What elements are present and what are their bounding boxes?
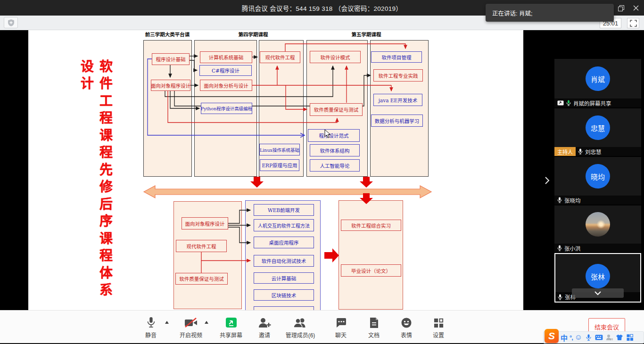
diagram-header-3: 第五学期课程 — [346, 31, 387, 37]
diagram-header-1: 前三学期大类平台课 — [141, 31, 193, 37]
video-options-arrow[interactable] — [205, 321, 208, 324]
svg-text:26: 26 — [610, 338, 613, 341]
fullscreen-icon — [630, 20, 637, 27]
ime-skin-icon[interactable] — [615, 333, 624, 342]
participant-tile-zhangxiaohong[interactable] — [554, 205, 641, 244]
course-box-lower-mxdx: 面向对象程序设计 — [182, 217, 228, 229]
camera-off-icon — [184, 317, 198, 328]
avatar: 张林 — [586, 264, 610, 288]
course-box-partial — [254, 306, 314, 310]
course-box-sjms: 软件设计模式 — [310, 51, 361, 63]
course-box-lower-zlbz: 软件质量保证与测试 — [175, 273, 228, 285]
close-window-button[interactable] — [632, 4, 640, 12]
ime-emoji-button[interactable]: ☺ — [575, 334, 582, 341]
close-icon — [633, 5, 639, 11]
chevron-right-icon — [545, 176, 550, 185]
shared-screen-content: 软件工程课程先修后序课程体系设计 前三学期大类平台课 第四学期课程 第五学期课程 — [28, 30, 523, 310]
participant-tile-xiaobin[interactable]: 肖斌 — [554, 59, 641, 98]
participant-tile-xiaojun[interactable]: 晓均 — [554, 157, 641, 196]
members-icon — [293, 317, 307, 328]
speaking-toast: 正在讲话: 肖斌; — [486, 4, 614, 22]
emoji-icon — [401, 317, 412, 328]
sogou-logo-icon[interactable]: S — [545, 329, 559, 343]
down-arrow-right-top — [360, 177, 373, 188]
course-box-cxsj: 程序设计基础 — [152, 53, 190, 65]
course-box-mxfx: 面向对象分析与设计 — [200, 80, 252, 91]
ime-voice-button[interactable] — [584, 333, 593, 342]
ime-keyboard-button[interactable] — [594, 333, 603, 342]
fullscreen-button[interactable] — [627, 18, 639, 28]
tencent-meeting-window: 腾讯会议 会议号：544 159 318 （会议密码：202019） 25:01 — [0, 0, 644, 344]
toolbar-button-settings[interactable]: 设置 — [416, 316, 461, 339]
avatar: 肖斌 — [586, 66, 610, 91]
course-box-lower-xdrj: 现代软件工程 — [176, 240, 227, 252]
course-box-txjg: 软件体系结构 — [310, 144, 360, 156]
chat-icon — [335, 317, 347, 328]
participants-scroll-down-button[interactable] — [572, 288, 624, 298]
toolbar-label: 设置 — [416, 331, 461, 339]
timeline-double-arrow — [144, 186, 431, 198]
end-meeting-label: 结束会议 — [594, 322, 619, 331]
course-box-desktop: 桌面应用程序 — [254, 237, 314, 248]
course-box-shixi: 软件工程综合实习 — [341, 220, 401, 231]
chevron-down-icon — [594, 291, 602, 295]
document-icon — [369, 317, 379, 328]
course-box-zlbz: 软件质量保证与测试 — [310, 103, 363, 116]
window-title: 腾讯会议 会议号：544 159 318 （会议密码：202019） — [242, 3, 402, 13]
avatar: 晓均 — [586, 164, 610, 188]
ime-toolbar: S 中 °, ☺ 26 — [543, 331, 644, 344]
course-box-sjfx: 数据分析与机器学习 — [371, 115, 423, 127]
course-box-zysj: 软件工程专业实践 — [373, 69, 423, 82]
participant-name: 张小洪 — [564, 245, 581, 252]
lower-right-container — [339, 200, 403, 310]
participant-label-bar: 主持人 刘忠慧 — [554, 147, 641, 156]
shield-plus-icon — [8, 19, 15, 27]
ime-punct-toggle[interactable]: °, — [570, 334, 573, 341]
toolbar-label: 管理成员(6) — [278, 331, 323, 339]
toolbar-button-manage-members[interactable]: 管理成员(6) — [278, 316, 323, 339]
course-box-mxdx: 面向对象程序设计 — [151, 80, 190, 91]
participant-label-bar: 张小洪 — [554, 244, 641, 253]
toolbar-button-mute[interactable]: 静音 — [128, 316, 173, 339]
mic-icon — [578, 148, 583, 155]
participant-name: 肖斌的屏幕共享 — [573, 99, 611, 107]
toolbar-label: 开启视频 — [168, 331, 214, 339]
restore-window-button[interactable] — [617, 4, 625, 12]
course-box-autotest: 软件自动化测试技术 — [254, 255, 314, 267]
diagram-header-2: 第四学期课程 — [233, 31, 273, 37]
course-box-blockchain: 区块链技术 — [254, 289, 314, 301]
mic-icon — [557, 197, 562, 203]
mic-speaking-icon — [566, 100, 571, 106]
course-box-javaee: java EE开发技术 — [373, 94, 422, 106]
course-box-python: Python程序设计高级编程 — [201, 103, 252, 114]
invite-person-icon — [258, 317, 271, 328]
course-box-hci: 人机交互的软件工程方法 — [254, 219, 314, 231]
toolbar-button-start-video[interactable]: 开启视频 — [168, 316, 214, 339]
ime-mode-toggle[interactable]: 中 — [561, 333, 568, 343]
ime-account-icon[interactable]: 26 — [605, 333, 613, 342]
participant-tile-zhonghui[interactable]: 忠慧 — [554, 108, 641, 147]
course-box-biye: 毕业设计（论文） — [341, 264, 401, 277]
ime-toolbox-icon[interactable] — [626, 333, 634, 342]
participant-name: 刘忠慧 — [585, 148, 602, 156]
course-box-linux: Linux操作系统基础 — [259, 144, 300, 156]
participant-name: 张晓均 — [564, 197, 581, 204]
diagram-vertical-title: 软件工程课程先修后序课程体系设计 — [76, 59, 114, 310]
course-box-xmgl: 软件项目管理 — [371, 51, 422, 63]
course-box-web: WEB前端开发 — [254, 204, 314, 216]
course-box-xdrj: 现代软件工程 — [260, 51, 300, 63]
course-box-csharp: C#程序设计 — [199, 65, 252, 76]
sidebar-collapse-button[interactable] — [541, 174, 553, 187]
participant-label-bar: 肖斌的屏幕共享 — [554, 98, 641, 107]
meeting-control-bar: 静音 开启视频 共享屏幕 — [0, 310, 644, 343]
mic-icon — [558, 294, 562, 300]
settings-grid-icon — [433, 318, 444, 328]
avatar: 忠慧 — [586, 115, 610, 140]
right-arrow-lower — [324, 248, 339, 262]
restore-icon — [618, 5, 624, 11]
course-box-erp: ERP原理与应用 — [260, 159, 299, 171]
mic-icon — [557, 245, 562, 251]
microphone-icon — [146, 316, 156, 328]
meeting-security-button[interactable] — [4, 17, 18, 28]
speaking-toast-text: 正在讲话: 肖斌; — [492, 8, 532, 17]
